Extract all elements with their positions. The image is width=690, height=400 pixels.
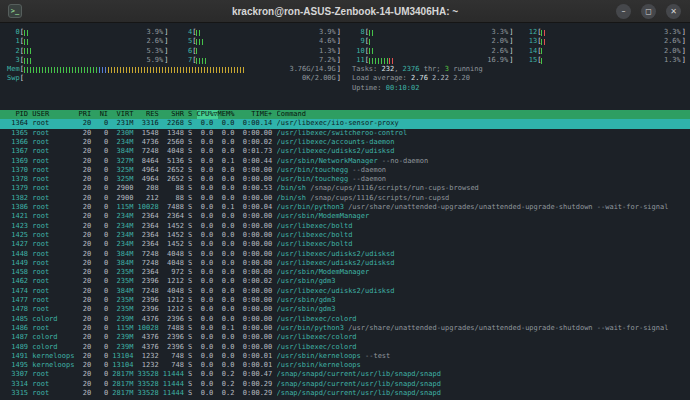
cell-c-res: 2364 — [138, 268, 159, 277]
column-header-shr[interactable]: SHR — [163, 110, 184, 119]
process-row[interactable]: 1370root200325M49642652S0.00.00:00.00/us… — [0, 166, 690, 175]
cell-c-pid: 1367 — [7, 147, 28, 156]
process-row[interactable]: 3314root2002817M3352811444S0.00.20:00.29… — [0, 380, 690, 389]
cell-c-user: root — [32, 212, 74, 221]
cpu-meter-9-label: 9 — [352, 37, 365, 46]
cell-c-mem: 0.1 — [218, 324, 235, 333]
process-row[interactable]: 1378root200325M49642652S0.00.00:00.00/us… — [0, 175, 690, 184]
cell-c-ni: 0 — [95, 315, 108, 324]
cell-c-cpu: 0.0 — [197, 268, 214, 277]
cell-c-s: S — [188, 222, 192, 231]
cpu-meter-4: 4[3.9%] — [173, 28, 346, 37]
command-path: /usr/sbin/ModemManager — [277, 268, 370, 276]
cell-c-res: 2396 — [138, 296, 159, 305]
process-row[interactable]: 1367root200384M72484048S0.00.00:01.73/us… — [0, 147, 690, 156]
command-path: /bin/sh — [277, 194, 307, 202]
process-row[interactable]: 1491kerneloops200131041232748S0.00.00:00… — [0, 352, 690, 361]
cell-c-user: colord — [32, 315, 74, 324]
cell-command: /usr/libexec/boltd — [277, 240, 690, 249]
process-row[interactable]: 1474root200384M72484048S0.00.00:00.00/us… — [0, 287, 690, 296]
cell-c-user: root — [32, 380, 74, 389]
cpu-meter-1-value: 2.6% — [146, 37, 163, 46]
column-header-command[interactable]: Command — [277, 110, 690, 119]
command-path: /usr/libexec/boltd — [277, 222, 353, 230]
load-15min: 2.20 — [453, 74, 470, 82]
terminal-viewport[interactable]: 0[3.9%]1[2.6%]2[5.3%]3[5.9%]4[3.9%]5[4.6… — [0, 23, 690, 400]
cell-c-mem: 0.0 — [218, 166, 235, 175]
bracket-close: ] — [682, 56, 686, 65]
command-path: /usr/sbin/NetworkManager — [277, 157, 378, 165]
process-row-selected[interactable]: 1364root200231M33162268S0.00.00:00.14/us… — [0, 119, 690, 128]
process-row[interactable]: 1425root200234M23641452S0.00.00:00.00/us… — [0, 231, 690, 240]
cell-c-pri: 20 — [79, 305, 92, 314]
column-header-cpu[interactable]: CPU%▽ — [197, 110, 218, 119]
cell-c-mem: 0.0 — [218, 119, 235, 128]
cell-c-user: root — [32, 240, 74, 249]
cell-command: /snap/snapd/current/usr/lib/snapd/snapd — [277, 389, 690, 398]
close-button[interactable]: ✕ — [666, 4, 681, 19]
cell-c-cpu: 0.0 — [197, 222, 214, 231]
column-header-pri[interactable]: PRI — [79, 110, 92, 119]
column-header-time[interactable]: TIME+ — [239, 110, 273, 119]
cell-c-pri: 20 — [79, 157, 92, 166]
window-titlebar: >_ krackron@ron-ASUS-Zenbook-14-UM3406HA… — [0, 0, 690, 23]
column-header-ni[interactable]: NI — [95, 110, 108, 119]
cell-c-virt: 115M — [112, 324, 133, 333]
cell-c-s: S — [188, 370, 192, 379]
cell-c-pri: 20 — [79, 184, 92, 193]
cell-c-cpu: 0.0 — [197, 287, 214, 296]
process-row[interactable]: 1365root200230M15481348S0.00.00:00.00/us… — [0, 129, 690, 138]
cell-c-res: 3316 — [138, 119, 159, 128]
process-row[interactable]: 1487colord200239M43762396S0.00.00:00.00/… — [0, 333, 690, 342]
cell-c-pri: 20 — [79, 315, 92, 324]
process-row[interactable]: 1369root200327M84645136S0.00.10:00.44/us… — [0, 157, 690, 166]
cell-c-shr: 2396 — [163, 333, 184, 342]
process-row[interactable]: 1477root200235M23961212S0.00.00:00.00/us… — [0, 296, 690, 305]
cell-c-shr: 1212 — [163, 296, 184, 305]
cell-c-user: root — [32, 277, 74, 286]
cpu-meter-14-label: 14 — [525, 47, 538, 56]
process-row[interactable]: 3307root2002817M3352811444S0.00.20:00.47… — [0, 370, 690, 379]
process-row[interactable]: 1485colord200239M43762396S0.00.00:00.00/… — [0, 315, 690, 324]
cell-c-ni: 0 — [95, 203, 108, 212]
process-row[interactable]: 1421root200234M23642364S0.00.00:00.00/us… — [0, 212, 690, 221]
column-header-mem[interactable]: MEM% — [218, 110, 235, 119]
process-row[interactable]: 1495kerneloops200131041232748S0.00.00:00… — [0, 361, 690, 370]
cell-c-mem: 0.0 — [218, 212, 235, 221]
process-row[interactable]: 1458root200235M2364972S0.00.00:00.00/usr… — [0, 268, 690, 277]
column-header-res[interactable]: RES — [138, 110, 159, 119]
cell-c-pid: 1386 — [7, 203, 28, 212]
cell-c-pid: 1365 — [7, 129, 28, 138]
meter-fill — [24, 39, 28, 45]
cell-c-cpu: 0.0 — [197, 138, 214, 147]
cell-c-user: root — [32, 296, 74, 305]
column-header-virt[interactable]: VIRT — [112, 110, 133, 119]
cell-c-cpu: 0.0 — [197, 380, 214, 389]
command-path: /bin/sh — [277, 184, 307, 192]
process-row[interactable]: 1486root200115M100287488S0.00.10:00.00/u… — [0, 324, 690, 333]
column-header-s[interactable]: S — [188, 110, 192, 119]
maximize-button[interactable]: ◻ — [641, 4, 656, 19]
cell-c-user: root — [32, 166, 74, 175]
cell-c-shr: 88 — [163, 194, 184, 203]
cpu-meter-8-value: 3.3% — [491, 28, 508, 37]
process-row[interactable]: 1386root200115M100287488S0.00.10:00.04/u… — [0, 203, 690, 212]
process-row[interactable]: 1382root200290021288S0.00.00:00.00/bin/s… — [0, 194, 690, 203]
cell-c-shr: 972 — [163, 268, 184, 277]
column-header-pid[interactable]: PID — [7, 110, 28, 119]
cell-c-user: root — [32, 138, 74, 147]
process-row[interactable]: 1427root200234M23641452S0.00.00:00.00/us… — [0, 240, 690, 249]
process-row[interactable]: 1449root200384M72484048S0.00.00:00.00/us… — [0, 259, 690, 268]
minimize-button[interactable]: – — [616, 4, 631, 19]
cell-c-time: 0:00.53 — [239, 184, 273, 193]
process-row[interactable]: 1489colord200239M43762396S0.00.00:00.00/… — [0, 343, 690, 352]
column-header-user[interactable]: USER — [32, 110, 74, 119]
process-row[interactable]: 1423root200234M23641452S0.00.00:00.00/us… — [0, 222, 690, 231]
process-row[interactable]: 1379root200290020888S0.00.00:00.53/bin/s… — [0, 184, 690, 193]
process-row[interactable]: 1462root200235M23961212S0.00.00:00.02/us… — [0, 277, 690, 286]
process-row[interactable]: 1478root200235M23961212S0.00.00:00.00/us… — [0, 305, 690, 314]
process-row[interactable]: 1366root200234M47362560S0.00.00:00.02/us… — [0, 138, 690, 147]
process-row[interactable]: 1448root200384M72484048S0.00.00:00.00/us… — [0, 250, 690, 259]
process-row[interactable]: 3315root2002817M3352811444S0.00.20:00.29… — [0, 389, 690, 398]
cell-c-pid: 1364 — [7, 119, 28, 128]
